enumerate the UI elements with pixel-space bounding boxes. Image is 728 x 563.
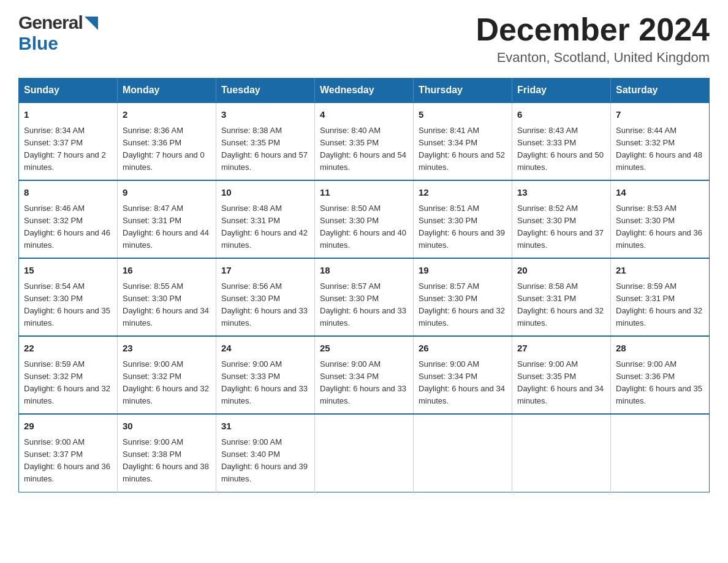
day-number: 22 (24, 342, 112, 356)
day-info: Sunrise: 8:36 AMSunset: 3:36 PMDaylight:… (123, 126, 205, 172)
calendar-cell (414, 414, 512, 492)
calendar-week-row: 1Sunrise: 8:34 AMSunset: 3:37 PMDaylight… (19, 102, 710, 180)
day-info: Sunrise: 8:47 AMSunset: 3:31 PMDaylight:… (123, 204, 209, 250)
day-number: 3 (221, 108, 309, 122)
calendar-cell: 5Sunrise: 8:41 AMSunset: 3:34 PMDaylight… (414, 102, 512, 180)
day-number: 27 (517, 342, 605, 356)
calendar-cell: 13Sunrise: 8:52 AMSunset: 3:30 PMDayligh… (512, 180, 611, 258)
day-number: 28 (616, 342, 704, 356)
calendar-cell: 18Sunrise: 8:57 AMSunset: 3:30 PMDayligh… (315, 258, 414, 336)
calendar-header-row: SundayMondayTuesdayWednesdayThursdayFrid… (19, 79, 710, 103)
calendar-cell: 2Sunrise: 8:36 AMSunset: 3:36 PMDaylight… (118, 102, 216, 180)
day-info: Sunrise: 8:41 AMSunset: 3:34 PMDaylight:… (419, 126, 505, 172)
calendar-cell: 12Sunrise: 8:51 AMSunset: 3:30 PMDayligh… (414, 180, 512, 258)
day-number: 21 (616, 264, 704, 278)
calendar-week-row: 29Sunrise: 9:00 AMSunset: 3:37 PMDayligh… (19, 414, 710, 492)
day-number: 18 (320, 264, 408, 278)
day-number: 2 (123, 108, 211, 122)
day-number: 1 (24, 108, 112, 122)
calendar-cell: 9Sunrise: 8:47 AMSunset: 3:31 PMDaylight… (118, 180, 216, 258)
calendar-cell: 23Sunrise: 9:00 AMSunset: 3:32 PMDayligh… (118, 336, 216, 414)
calendar-cell: 19Sunrise: 8:57 AMSunset: 3:30 PMDayligh… (414, 258, 512, 336)
day-info: Sunrise: 8:55 AMSunset: 3:30 PMDaylight:… (123, 282, 209, 327)
calendar-cell: 10Sunrise: 8:48 AMSunset: 3:31 PMDayligh… (216, 180, 315, 258)
calendar-cell (512, 414, 611, 492)
calendar-cell: 15Sunrise: 8:54 AMSunset: 3:30 PMDayligh… (19, 258, 118, 336)
day-info: Sunrise: 8:59 AMSunset: 3:31 PMDaylight:… (616, 282, 702, 327)
day-info: Sunrise: 8:53 AMSunset: 3:30 PMDaylight:… (616, 204, 702, 250)
calendar-cell (315, 414, 414, 492)
day-header-thursday: Thursday (414, 79, 512, 103)
calendar-cell: 4Sunrise: 8:40 AMSunset: 3:35 PMDaylight… (315, 102, 414, 180)
day-info: Sunrise: 8:44 AMSunset: 3:32 PMDaylight:… (616, 126, 702, 172)
calendar-week-row: 8Sunrise: 8:46 AMSunset: 3:32 PMDaylight… (19, 180, 710, 258)
calendar-cell: 29Sunrise: 9:00 AMSunset: 3:37 PMDayligh… (19, 414, 118, 492)
day-info: Sunrise: 8:34 AMSunset: 3:37 PMDaylight:… (24, 126, 106, 172)
day-number: 6 (517, 108, 605, 122)
calendar-week-row: 22Sunrise: 8:59 AMSunset: 3:32 PMDayligh… (19, 336, 710, 414)
calendar-cell: 25Sunrise: 9:00 AMSunset: 3:34 PMDayligh… (315, 336, 414, 414)
calendar-cell: 7Sunrise: 8:44 AMSunset: 3:32 PMDaylight… (611, 102, 710, 180)
day-info: Sunrise: 9:00 AMSunset: 3:32 PMDaylight:… (123, 359, 209, 405)
logo-triangle-icon (85, 17, 98, 30)
day-info: Sunrise: 8:54 AMSunset: 3:30 PMDaylight:… (24, 282, 110, 327)
day-number: 19 (419, 264, 507, 278)
day-info: Sunrise: 9:00 AMSunset: 3:34 PMDaylight:… (320, 359, 406, 405)
day-info: Sunrise: 8:38 AMSunset: 3:35 PMDaylight:… (221, 126, 308, 172)
calendar-week-row: 15Sunrise: 8:54 AMSunset: 3:30 PMDayligh… (19, 258, 710, 336)
day-header-saturday: Saturday (611, 79, 710, 103)
calendar-cell: 20Sunrise: 8:58 AMSunset: 3:31 PMDayligh… (512, 258, 611, 336)
day-info: Sunrise: 8:51 AMSunset: 3:30 PMDaylight:… (419, 204, 505, 250)
day-info: Sunrise: 8:57 AMSunset: 3:30 PMDaylight:… (320, 282, 406, 327)
day-info: Sunrise: 9:00 AMSunset: 3:36 PMDaylight:… (616, 359, 702, 405)
calendar-cell: 1Sunrise: 8:34 AMSunset: 3:37 PMDaylight… (19, 102, 118, 180)
calendar-cell: 3Sunrise: 8:38 AMSunset: 3:35 PMDaylight… (216, 102, 315, 180)
day-number: 20 (517, 264, 605, 278)
calendar-cell: 14Sunrise: 8:53 AMSunset: 3:30 PMDayligh… (611, 180, 710, 258)
logo-blue-text: Blue (18, 33, 58, 54)
calendar-cell: 24Sunrise: 9:00 AMSunset: 3:33 PMDayligh… (216, 336, 315, 414)
day-header-sunday: Sunday (19, 79, 118, 103)
calendar-cell: 8Sunrise: 8:46 AMSunset: 3:32 PMDaylight… (19, 180, 118, 258)
day-number: 26 (419, 342, 507, 356)
calendar-cell: 21Sunrise: 8:59 AMSunset: 3:31 PMDayligh… (611, 258, 710, 336)
title-block: December 2024 Evanton, Scotland, United … (476, 12, 710, 66)
day-info: Sunrise: 9:00 AMSunset: 3:33 PMDaylight:… (221, 359, 308, 405)
calendar-cell: 22Sunrise: 8:59 AMSunset: 3:32 PMDayligh… (19, 336, 118, 414)
day-number: 17 (221, 264, 309, 278)
calendar-cell: 27Sunrise: 9:00 AMSunset: 3:35 PMDayligh… (512, 336, 611, 414)
day-number: 12 (419, 186, 507, 200)
day-number: 13 (517, 186, 605, 200)
day-number: 29 (24, 419, 112, 434)
day-number: 4 (320, 108, 408, 122)
svg-marker-0 (85, 17, 98, 30)
day-info: Sunrise: 8:59 AMSunset: 3:32 PMDaylight:… (24, 359, 110, 405)
day-number: 10 (221, 186, 309, 200)
day-info: Sunrise: 9:00 AMSunset: 3:37 PMDaylight:… (24, 437, 110, 483)
day-info: Sunrise: 9:00 AMSunset: 3:35 PMDaylight:… (517, 359, 604, 405)
logo-general-text: General (18, 12, 83, 33)
day-number: 31 (221, 419, 309, 434)
day-number: 9 (123, 186, 211, 200)
day-info: Sunrise: 8:58 AMSunset: 3:31 PMDaylight:… (517, 282, 604, 327)
day-header-tuesday: Tuesday (216, 79, 315, 103)
day-info: Sunrise: 8:43 AMSunset: 3:33 PMDaylight:… (517, 126, 604, 172)
day-header-wednesday: Wednesday (315, 79, 414, 103)
calendar-cell: 17Sunrise: 8:56 AMSunset: 3:30 PMDayligh… (216, 258, 315, 336)
calendar-cell (611, 414, 710, 492)
day-info: Sunrise: 8:46 AMSunset: 3:32 PMDaylight:… (24, 204, 110, 250)
day-info: Sunrise: 8:40 AMSunset: 3:35 PMDaylight:… (320, 126, 406, 172)
calendar-cell: 30Sunrise: 9:00 AMSunset: 3:38 PMDayligh… (118, 414, 216, 492)
day-number: 8 (24, 186, 112, 200)
location-text: Evanton, Scotland, United Kingdom (476, 50, 710, 66)
day-header-monday: Monday (118, 79, 216, 103)
day-number: 23 (123, 342, 211, 356)
day-info: Sunrise: 9:00 AMSunset: 3:38 PMDaylight:… (123, 437, 209, 483)
calendar-cell: 31Sunrise: 9:00 AMSunset: 3:40 PMDayligh… (216, 414, 315, 492)
day-info: Sunrise: 9:00 AMSunset: 3:40 PMDaylight:… (221, 437, 308, 483)
day-number: 16 (123, 264, 211, 278)
day-number: 30 (123, 419, 211, 434)
day-info: Sunrise: 8:57 AMSunset: 3:30 PMDaylight:… (419, 282, 505, 327)
calendar-cell: 16Sunrise: 8:55 AMSunset: 3:30 PMDayligh… (118, 258, 216, 336)
day-info: Sunrise: 8:56 AMSunset: 3:30 PMDaylight:… (221, 282, 308, 327)
